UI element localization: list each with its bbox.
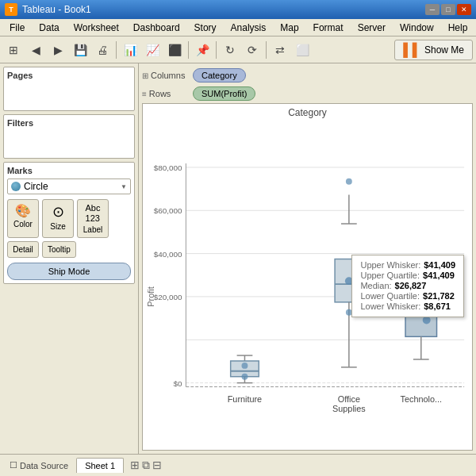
menu-analysis[interactable]: Analysis [225, 21, 273, 35]
data-source-checkbox[interactable]: ☐ [10, 460, 17, 470]
circle-mark-icon [11, 182, 21, 191]
upper-whisker-value: $41,409 [424, 260, 455, 270]
data-source-tab[interactable]: ☐ Data Source [5, 459, 73, 472]
svg-text:Supplies: Supplies [332, 404, 366, 413]
menu-server[interactable]: Server [351, 21, 392, 35]
pages-section: Pages [3, 67, 135, 111]
app-icon: T [5, 3, 17, 16]
label-button[interactable]: Abc123 Label [77, 199, 109, 238]
lower-quartile-value: $21,782 [423, 291, 455, 301]
rows-icon: ≡ [142, 90, 147, 98]
show-me-label: Show Me [424, 44, 464, 56]
menu-file[interactable]: File [3, 21, 31, 35]
toolbar-view-btn[interactable]: ⬛ [164, 40, 185, 60]
sheet1-tab[interactable]: Sheet 1 [76, 458, 124, 473]
menu-story[interactable]: Story [188, 21, 223, 35]
rows-pill[interactable]: SUM(Profit) [193, 86, 255, 101]
toolbar-bar-btn[interactable]: 📈 [142, 40, 163, 60]
chart-title: Category [143, 104, 472, 120]
toolbar-sep-3 [216, 41, 217, 59]
columns-shelf: ⊞ Columns Category [142, 67, 473, 84]
svg-point-21 [346, 178, 352, 185]
color-icon: 🎨 [15, 203, 31, 218]
toolbar-sep-2 [188, 41, 189, 59]
minimize-button[interactable]: ─ [425, 4, 440, 15]
close-button[interactable]: ✕ [457, 4, 471, 15]
median-label: Median: [360, 281, 391, 290]
pages-content [7, 83, 131, 107]
toolbar-save-btn[interactable]: 💾 [70, 40, 90, 60]
toolbar-forward-btn[interactable]: ▶ [48, 40, 68, 60]
svg-text:$0: $0 [173, 379, 182, 388]
show-me-button[interactable]: ▌▌ Show Me [394, 40, 473, 60]
mark-type-dropdown[interactable]: Circle ▼ [7, 178, 131, 194]
lower-whisker-label: Lower Whisker: [360, 301, 420, 311]
pages-title: Pages [7, 71, 131, 80]
toolbar-refresh2-btn[interactable]: ⟳ [242, 40, 263, 60]
toolbar-sep-4 [266, 41, 267, 59]
tab-icons: ⊞ ⧉ ⊟ [130, 459, 162, 472]
columns-pill[interactable]: Category [193, 68, 246, 83]
left-panel: Pages Filters Marks Circle ▼ 🎨 Color ⊙ [0, 63, 139, 454]
filters-title: Filters [7, 118, 131, 128]
columns-icon: ⊞ [142, 71, 148, 80]
upper-quartile-label: Upper Quartile: [360, 271, 420, 280]
menu-data[interactable]: Data [33, 21, 65, 35]
maximize-button[interactable]: □ [441, 4, 455, 15]
toolbar-print-btn[interactable]: 🖨 [92, 40, 113, 60]
label-icon: Abc123 [86, 203, 101, 224]
detail-button[interactable]: Detail [7, 241, 39, 258]
app-title: Tableau - Book1 [22, 4, 91, 15]
tooltip-button[interactable]: Tooltip [42, 241, 76, 258]
size-button[interactable]: ⊙ Size [42, 199, 74, 238]
toolbar-pin-btn[interactable]: 📌 [192, 40, 213, 60]
menu-map[interactable]: Map [274, 21, 305, 35]
size-icon: ⊙ [52, 203, 64, 221]
new-sheet-icon[interactable]: ⊞ [130, 459, 140, 472]
filters-section: Filters [3, 114, 135, 159]
menu-bar: File Data Worksheet Dashboard Story Anal… [0, 19, 476, 36]
ship-mode-button[interactable]: Ship Mode [7, 263, 131, 280]
menu-help[interactable]: Help [442, 21, 474, 35]
svg-point-19 [242, 363, 248, 369]
menu-dashboard[interactable]: Dashboard [127, 21, 186, 35]
lower-quartile-label: Lower Quartile: [360, 291, 420, 301]
main-area: Pages Filters Marks Circle ▼ 🎨 Color ⊙ [0, 63, 476, 454]
color-label: Color [13, 220, 33, 228]
menu-format[interactable]: Format [307, 21, 350, 35]
rows-shelf: ≡ Rows SUM(Profit) [142, 86, 473, 101]
svg-text:$60,000: $60,000 [154, 206, 182, 215]
add-dashboard-icon[interactable]: ⊟ [152, 459, 162, 472]
columns-label: ⊞ Columns [142, 71, 190, 80]
toolbar-fit-btn[interactable]: ⬜ [292, 40, 313, 60]
median-value: $26,827 [395, 281, 427, 290]
toolbar-back-btn[interactable]: ◀ [25, 40, 46, 60]
detail-label: Detail [13, 245, 33, 254]
marks-buttons: 🎨 Color ⊙ Size Abc123 Label [7, 199, 131, 238]
title-bar: T Tableau - Book1 ─ □ ✕ [0, 0, 476, 19]
menu-window[interactable]: Window [393, 21, 440, 35]
toolbar-grid-btn[interactable]: ⊞ [3, 40, 24, 60]
data-source-label: Data Source [20, 461, 68, 470]
toolbar-chart-btn[interactable]: 📊 [120, 40, 140, 60]
duplicate-sheet-icon[interactable]: ⧉ [142, 459, 150, 472]
menu-worksheet[interactable]: Worksheet [67, 21, 125, 35]
color-button[interactable]: 🎨 Color [7, 199, 39, 238]
toolbar: ⊞ ◀ ▶ 💾 🖨 📊 📈 ⬛ 📌 ↻ ⟳ ⇄ ⬜ ▌▌ Show Me [0, 36, 476, 63]
dropdown-arrow-icon: ▼ [121, 183, 127, 190]
marks-title: Marks [7, 166, 131, 175]
right-panel: ⊞ Columns Category ≡ Rows SUM(Profit) Ca… [139, 63, 476, 454]
svg-point-20 [242, 374, 248, 380]
svg-text:$80,000: $80,000 [154, 163, 182, 172]
svg-text:Technolo...: Technolo... [401, 394, 443, 404]
chart-area: Category Profit $80,000 $60,000 $40,000 … [142, 103, 473, 451]
svg-text:Office: Office [338, 394, 360, 404]
filters-content [7, 131, 131, 155]
upper-quartile-value: $41,409 [423, 271, 455, 280]
marks-section: Marks Circle ▼ 🎨 Color ⊙ Size Abc123 Lab… [3, 162, 135, 284]
label-label: Label [83, 225, 102, 234]
toolbar-swap-btn[interactable]: ⇄ [270, 40, 290, 60]
rows-label: ≡ Rows [142, 89, 190, 98]
upper-whisker-label: Upper Whisker: [360, 260, 420, 270]
toolbar-refresh-btn[interactable]: ↻ [220, 40, 240, 60]
